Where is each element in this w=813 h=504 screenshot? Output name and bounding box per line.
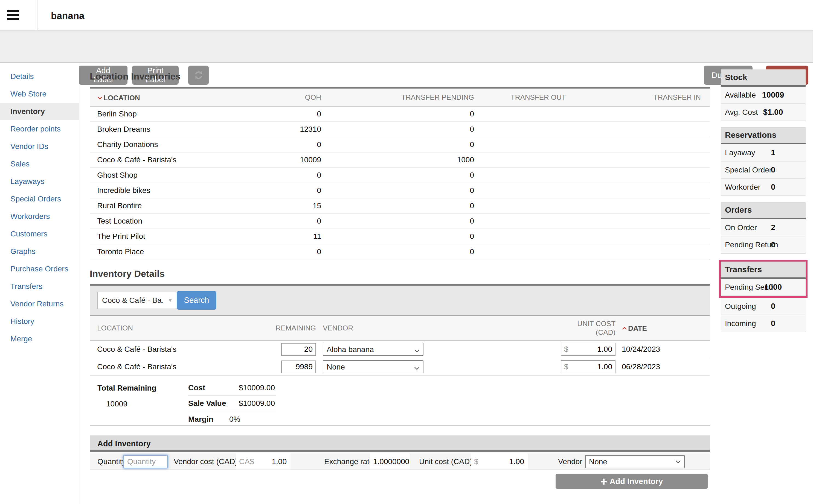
location-cell: Coco & Café - Barista's	[90, 345, 214, 354]
sidebar-item-vendor-ids[interactable]: Vendor IDs	[0, 138, 79, 155]
transfer-out-cell	[474, 107, 566, 121]
orders-panel: Orders On Order2Pending Return0	[721, 202, 806, 254]
margin-value: 0%	[229, 415, 275, 424]
transfer-in-cell	[566, 198, 701, 213]
exchange-rate-label: Exchange rate	[324, 453, 374, 470]
app-header: banana	[0, 0, 813, 30]
quantity-input[interactable]	[123, 455, 168, 468]
remaining-input[interactable]	[281, 343, 316, 356]
location-inventories-table: LOCATION QOH TRANSFER PENDING TRANSFER O…	[90, 87, 710, 260]
transfer-in-cell	[566, 153, 701, 167]
vendor-select[interactable]: None	[585, 455, 685, 468]
quantity-label: Quantity	[97, 453, 126, 470]
location-cell: Charity Donations	[90, 137, 212, 152]
plus-icon	[600, 478, 607, 485]
unit-cost-input[interactable]	[568, 345, 615, 354]
transfer-out-cell	[474, 183, 566, 198]
inventory-detail-row: Coco & Café - Barista's None $ 06/28/202…	[90, 358, 710, 376]
transfers-panel: Transfers Pending Send1000 Outgoing0Inco…	[721, 260, 806, 332]
column-header-date[interactable]: DATE	[616, 324, 710, 333]
sidebar-item-sales[interactable]: Sales	[0, 155, 79, 173]
sidebar-item-layaways[interactable]: Layaways	[0, 173, 79, 190]
transfer-in-cell	[566, 244, 701, 260]
column-header-unit-cost[interactable]: UNIT COST (CAD)	[491, 319, 616, 337]
sidebar-item-graphs[interactable]: Graphs	[0, 243, 79, 260]
menu-button[interactable]	[7, 8, 24, 22]
vendor-cost-label: Vendor cost (CAD)	[174, 453, 238, 470]
transfers-rows: Outgoing0Incoming0	[721, 298, 806, 332]
panel-row: Outgoing0	[721, 298, 806, 315]
qoh-cell: 15	[212, 198, 321, 213]
column-header-vendor[interactable]: VENDOR	[316, 324, 491, 332]
exchange-rate-field	[370, 453, 410, 470]
table-row: The Print Pilot110	[90, 229, 710, 244]
sidebar-item-details[interactable]: Details	[0, 68, 79, 85]
column-header-location[interactable]: LOCATION	[90, 89, 212, 107]
location-cell: Incredible bikes	[90, 183, 212, 198]
sidebar-item-web-store[interactable]: Web Store	[0, 85, 79, 103]
sidebar-item-transfers[interactable]: Transfers	[0, 278, 79, 295]
unit-cost-input[interactable]	[478, 457, 528, 466]
location-cell: Broken Dreams	[90, 122, 212, 137]
orders-panel-title: Orders	[721, 202, 806, 219]
qoh-cell: 0	[212, 214, 321, 228]
inventory-details-filter-bar: Coco & Café - Ba... ▼ Search	[90, 286, 710, 316]
table-row: Rural Bonfire150	[90, 198, 710, 214]
transfer-in-cell	[566, 168, 701, 183]
transfer-pending-cell: 0	[321, 107, 474, 121]
inventory-details-header: LOCATION REMAINING VENDOR UNIT COST (CAD…	[90, 316, 710, 341]
inventory-details-body: Coco & Café - Barista's Aloha banana $ 1…	[90, 341, 710, 376]
column-header-transfer-out[interactable]: TRANSFER OUT	[474, 89, 566, 107]
currency-prefix: CA$	[236, 457, 254, 466]
column-header-location[interactable]: LOCATION	[90, 324, 214, 332]
cost-value: $10009.00	[229, 383, 275, 392]
sidebar-item-reorder-points[interactable]: Reorder points	[0, 120, 79, 138]
remaining-input[interactable]	[281, 361, 316, 373]
sidebar-item-workorders[interactable]: Workorders	[0, 208, 79, 225]
panel-row: Pending Return0	[721, 236, 806, 254]
cost-row: Cost $10009.00	[188, 380, 276, 396]
sidebar-item-purchase-orders[interactable]: Purchase Orders	[0, 260, 79, 278]
currency-prefix: $	[561, 362, 568, 371]
transfer-in-cell	[566, 214, 701, 228]
location-cell: Coco & Café - Barista's	[90, 153, 212, 167]
sidebar-item-vendor-returns[interactable]: Vendor Returns	[0, 295, 79, 313]
vendor-select[interactable]: None	[323, 360, 423, 373]
transfer-out-cell	[474, 122, 566, 137]
stock-panel-title: Stock	[721, 69, 806, 87]
table-row: Toronto Place00	[90, 244, 710, 260]
date-cell: 10/24/2023	[616, 345, 710, 354]
qoh-cell: 10009	[212, 153, 321, 167]
header-divider	[37, 0, 37, 30]
column-header-remaining[interactable]: REMAINING	[214, 324, 316, 332]
transfer-in-cell	[566, 137, 701, 152]
qoh-cell: 0	[212, 137, 321, 152]
table-row: Berlin Shop00	[90, 107, 710, 122]
location-cell: Ghost Shop	[90, 168, 212, 183]
date-cell: 06/28/2023	[616, 362, 710, 371]
toolbar: Save Changes Add Label Print Label Dupli…	[0, 30, 813, 63]
add-inventory-button[interactable]: Add Inventory	[555, 474, 708, 489]
qoh-cell: 11	[212, 229, 321, 244]
sidebar-item-merge[interactable]: Merge	[0, 330, 79, 348]
location-cell: Test Location	[90, 214, 212, 228]
vendor-cost-input[interactable]	[254, 457, 291, 466]
column-header-transfer-pending[interactable]: TRANSFER PENDING	[321, 89, 474, 107]
column-header-transfer-in[interactable]: TRANSFER IN	[566, 89, 701, 107]
location-filter-dropdown[interactable]: Coco & Café - Ba... ▼	[97, 292, 177, 309]
transfer-out-cell	[474, 229, 566, 244]
location-cell: Rural Bonfire	[90, 198, 212, 213]
sidebar-item-special-orders[interactable]: Special Orders	[0, 190, 79, 208]
sidebar-item-history[interactable]: History	[0, 313, 79, 330]
qoh-cell: 0	[212, 244, 321, 260]
vendor-select[interactable]: Aloha banana	[323, 343, 423, 356]
exchange-rate-input[interactable]	[370, 457, 410, 466]
sidebar-item-inventory[interactable]: Inventory	[0, 103, 79, 120]
sidebar-item-customers[interactable]: Customers	[0, 225, 79, 243]
reservations-panel: Reservations Layaway1Special Order0Worko…	[721, 127, 806, 196]
panel-row: Incoming0	[721, 315, 806, 332]
sidebar: DetailsWeb StoreInventoryReorder pointsV…	[0, 63, 79, 504]
search-button[interactable]: Search	[177, 291, 217, 310]
column-header-qoh[interactable]: QOH	[212, 89, 321, 107]
unit-cost-input[interactable]	[568, 362, 615, 371]
